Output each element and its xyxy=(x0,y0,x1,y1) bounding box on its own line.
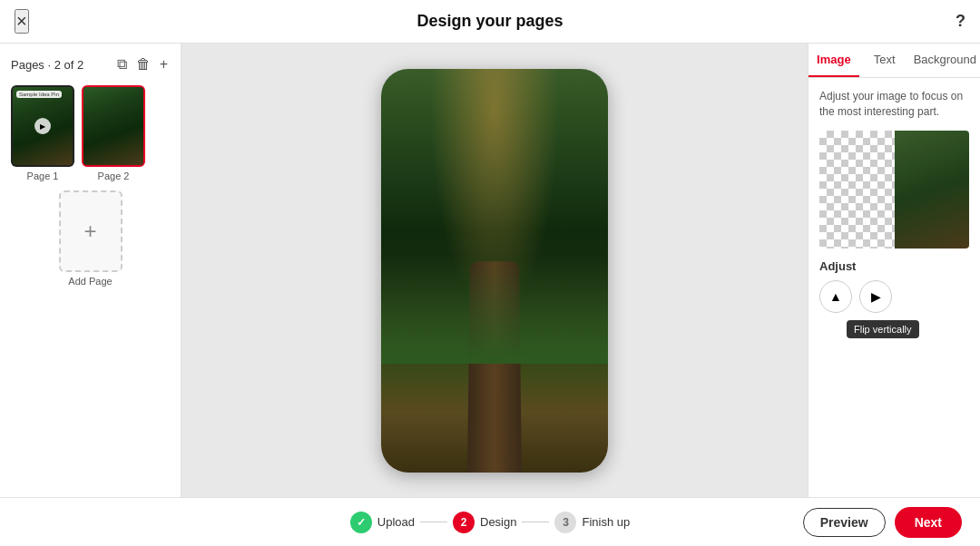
canvas-image xyxy=(381,69,608,473)
step-separator-2 xyxy=(522,522,549,522)
add-page-thumbnail[interactable]: + xyxy=(59,190,122,272)
page-2-label: Page 2 xyxy=(98,171,130,181)
left-sidebar: Pages · 2 of 2 ⧉ 🗑 + Sample Idea Pin ▶ P… xyxy=(0,44,181,497)
step-2-label: Design xyxy=(480,515,516,529)
flip-horizontal-button[interactable]: ▲ xyxy=(819,280,852,313)
page-thumbnails: Sample Idea Pin ▶ Page 1 Page 2 xyxy=(11,85,170,181)
flip-vertically-tooltip: Flip vertically xyxy=(847,320,919,338)
main-layout: Pages · 2 of 2 ⧉ 🗑 + Sample Idea Pin ▶ P… xyxy=(0,44,980,497)
center-canvas xyxy=(181,44,808,497)
next-button[interactable]: Next xyxy=(895,507,962,538)
pages-title: Pages · 2 of 2 xyxy=(11,58,83,72)
bottom-bar: ✓ Upload 2 Design 3 Finish up Preview Ne… xyxy=(0,497,980,546)
tab-image[interactable]: Image xyxy=(808,44,859,77)
page-2-item[interactable]: Page 2 xyxy=(82,85,145,181)
image-preview-forest xyxy=(895,131,970,249)
preview-button[interactable]: Preview xyxy=(803,508,886,537)
image-preview-area xyxy=(819,131,969,249)
page-1-label-overlay: Sample Idea Pin xyxy=(16,91,62,98)
add-page-icon-button[interactable]: + xyxy=(158,54,170,74)
step-3-number: 3 xyxy=(554,512,576,533)
step-2-design: 2 Design xyxy=(453,512,516,533)
page-1-preview: Sample Idea Pin ▶ xyxy=(13,87,73,165)
page-2-thumbnail xyxy=(82,85,145,167)
tab-background[interactable]: Background xyxy=(910,44,980,77)
step-1-label: Upload xyxy=(377,515,415,529)
plus-icon: + xyxy=(83,219,96,244)
step-3-finish: 3 Finish up xyxy=(554,512,630,533)
adjust-label: Adjust xyxy=(819,259,969,273)
step-3-label: Finish up xyxy=(582,515,630,529)
close-button[interactable]: × xyxy=(15,9,29,34)
add-page-item[interactable]: + Add Page xyxy=(11,190,170,287)
canvas-phone xyxy=(381,69,608,473)
page-1-thumbnail: Sample Idea Pin ▶ xyxy=(11,85,74,167)
duplicate-page-button[interactable]: ⧉ xyxy=(115,54,129,74)
pages-actions: ⧉ 🗑 + xyxy=(115,54,170,74)
right-panel: Image Text Background Adjust your image … xyxy=(808,44,980,497)
step-1-number: ✓ xyxy=(350,512,372,533)
right-panel-content: Adjust your image to focus on the most i… xyxy=(808,78,980,497)
step-separator-1 xyxy=(420,522,447,522)
ferns xyxy=(381,255,608,364)
step-2-number: 2 xyxy=(453,512,475,533)
page-title: Design your pages xyxy=(416,12,563,31)
page-2-preview xyxy=(83,87,143,165)
right-tabs: Image Text Background xyxy=(808,44,980,78)
adjust-buttons: ▲ ▶ Flip vertically xyxy=(819,280,969,313)
delete-page-button[interactable]: 🗑 xyxy=(134,54,152,74)
help-button[interactable]: ? xyxy=(956,12,965,31)
page-1-label: Page 1 xyxy=(27,171,59,181)
step-1-upload: ✓ Upload xyxy=(350,512,415,533)
add-page-label: Add Page xyxy=(68,276,112,287)
pages-header: Pages · 2 of 2 ⧉ 🗑 + xyxy=(11,54,170,74)
flip-vertical-button[interactable]: ▶ xyxy=(859,280,892,313)
page-1-item[interactable]: Sample Idea Pin ▶ Page 1 xyxy=(11,85,74,181)
adjust-description: Adjust your image to focus on the most i… xyxy=(819,89,969,120)
tab-text[interactable]: Text xyxy=(859,44,910,77)
top-bar: × Design your pages ? xyxy=(0,0,980,44)
play-icon: ▶ xyxy=(34,118,51,134)
steps: ✓ Upload 2 Design 3 Finish up xyxy=(333,512,648,533)
